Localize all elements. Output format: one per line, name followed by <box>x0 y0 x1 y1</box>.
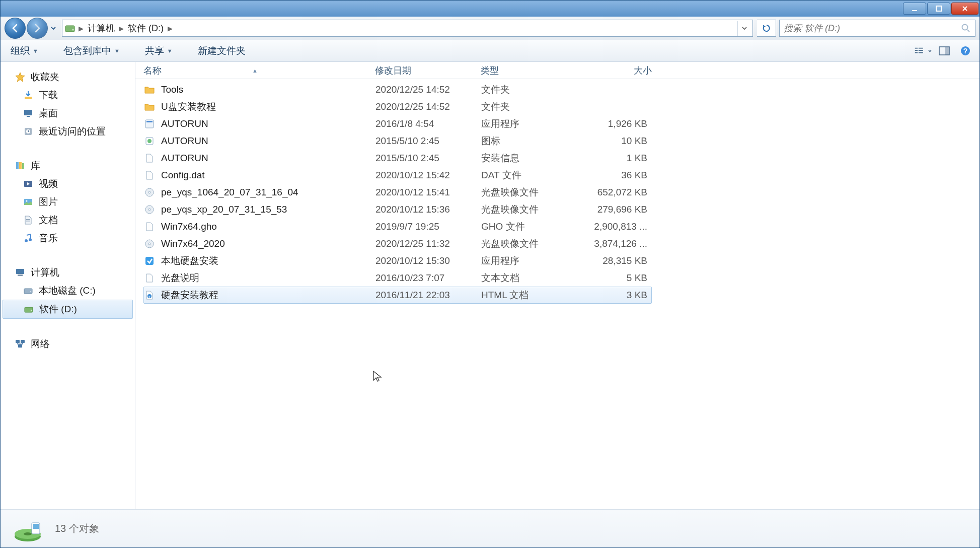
sidebar-label: 最近访问的位置 <box>39 125 106 138</box>
file-type: 文本文档 <box>481 271 587 285</box>
file-row[interactable]: e硬盘安装教程2016/11/21 22:03HTML 文档3 KB <box>143 287 652 304</box>
close-button[interactable] <box>951 3 978 15</box>
sidebar-label: 本地磁盘 (C:) <box>39 284 96 297</box>
drive-icon <box>23 304 34 315</box>
svg-point-42 <box>147 139 152 143</box>
sidebar-drive-d[interactable]: 软件 (D:) <box>3 300 133 319</box>
file-date: 2020/12/25 14:52 <box>375 84 481 95</box>
search-box[interactable] <box>779 20 975 37</box>
file-row[interactable]: AUTORUN2015/5/10 2:45安装信息1 KB <box>143 150 652 167</box>
share-menu[interactable]: 共享▼ <box>140 42 178 59</box>
address-bar[interactable]: ▶ 计算机 ▶ 软件 (D:) ▶ <box>62 20 753 37</box>
file-row[interactable]: Config.dat2020/10/12 15:42DAT 文件36 KB <box>143 167 652 184</box>
file-name: pe_yqs_1064_20_07_31_16_04 <box>161 187 298 198</box>
svg-rect-40 <box>146 121 153 122</box>
maximize-button[interactable] <box>927 3 950 15</box>
file-row[interactable]: pe_yqs_1064_20_07_31_16_042020/10/12 15:… <box>143 184 652 201</box>
sidebar-music[interactable]: 音乐 <box>3 229 133 247</box>
file-list[interactable]: Tools2020/12/25 14:52文件夹U盘安装教程2020/12/25… <box>135 79 979 509</box>
file-size: 36 KB <box>587 170 647 181</box>
file-row[interactable]: Win7x64_20202020/12/25 11:32光盘映像文件3,874,… <box>143 235 652 252</box>
sidebar-computer[interactable]: 计算机 <box>3 263 133 282</box>
view-options-button[interactable] <box>914 43 932 58</box>
help-button[interactable]: ? <box>956 43 974 58</box>
svg-point-48 <box>148 243 150 245</box>
svg-point-35 <box>31 310 32 311</box>
file-type: 光盘映像文件 <box>481 237 587 250</box>
col-size[interactable]: 大小 <box>586 62 652 79</box>
sidebar-label: 图片 <box>39 195 58 209</box>
svg-rect-7 <box>915 52 918 53</box>
document-icon <box>23 215 34 226</box>
file-size: 3,874,126 ... <box>587 238 647 249</box>
file-row[interactable]: pe_yqs_xp_20_07_31_15_532020/10/12 15:36… <box>143 201 652 218</box>
col-name[interactable]: 名称▲ <box>143 62 375 79</box>
address-dropdown-icon[interactable] <box>737 21 750 36</box>
sidebar-recent[interactable]: 最近访问的位置 <box>3 122 133 141</box>
preview-pane-button[interactable] <box>935 43 953 58</box>
network-icon <box>15 338 26 350</box>
file-size: 1,926 KB <box>587 118 647 129</box>
file-date: 2016/11/21 22:03 <box>375 290 481 301</box>
organize-menu[interactable]: 组织▼ <box>6 42 43 59</box>
col-date[interactable]: 修改日期 <box>375 62 481 79</box>
file-size: 2,900,813 ... <box>587 221 647 232</box>
file-type: 光盘映像文件 <box>481 203 587 216</box>
file-row[interactable]: AUTORUN2016/1/8 4:54应用程序1,926 KB <box>143 115 652 132</box>
back-button[interactable] <box>5 18 26 39</box>
status-text: 13 个对象 <box>55 522 99 535</box>
sidebar-favorites[interactable]: 收藏夹 <box>3 68 133 86</box>
file-name: pe_yqs_xp_20_07_31_15_53 <box>161 204 287 215</box>
file-list-pane: 名称▲ 修改日期 类型 大小 Tools2020/12/25 14:52文件夹U… <box>135 62 979 509</box>
sort-asc-icon: ▲ <box>252 67 258 74</box>
file-type: DAT 文件 <box>481 169 587 182</box>
history-dropdown-icon[interactable] <box>49 21 58 36</box>
file-size: 5 KB <box>587 272 647 284</box>
sidebar-drive-c[interactable]: 本地磁盘 (C:) <box>3 282 133 300</box>
sidebar-label: 音乐 <box>39 232 58 245</box>
sidebar-desktop[interactable]: 桌面 <box>3 104 133 122</box>
sidebar-videos[interactable]: 视频 <box>3 175 133 193</box>
chevron-right-icon: ▶ <box>167 25 174 32</box>
sidebar-downloads[interactable]: 下载 <box>3 86 133 104</box>
file-row[interactable]: Tools2020/12/25 14:52文件夹 <box>143 81 652 98</box>
svg-rect-38 <box>18 345 22 348</box>
sidebar-network[interactable]: 网络 <box>3 335 133 353</box>
sidebar-label: 计算机 <box>31 266 59 279</box>
file-row[interactable]: 本地硬盘安装2020/10/12 15:30应用程序28,315 KB <box>143 252 652 269</box>
file-row[interactable]: 光盘说明2016/10/23 7:07文本文档5 KB <box>143 269 652 287</box>
forward-button[interactable] <box>27 18 48 39</box>
libraries-icon <box>15 160 26 171</box>
sidebar-libraries[interactable]: 库 <box>3 157 133 175</box>
file-name: Win7x64_2020 <box>161 238 225 249</box>
minimize-button[interactable] <box>903 3 926 15</box>
sidebar-pictures[interactable]: 图片 <box>3 193 133 211</box>
file-icon: e <box>144 290 155 301</box>
svg-rect-15 <box>25 97 32 99</box>
file-size: 28,315 KB <box>587 255 647 266</box>
file-date: 2016/1/8 4:54 <box>375 118 481 129</box>
search-input[interactable] <box>784 23 961 34</box>
svg-rect-12 <box>945 47 949 55</box>
new-folder-button[interactable]: 新建文件夹 <box>193 42 251 59</box>
status-bar: 13 个对象 <box>1 509 979 547</box>
breadcrumb-computer[interactable]: 计算机 <box>85 21 118 36</box>
recent-icon <box>23 126 34 137</box>
file-row[interactable]: Win7x64.gho2019/9/7 19:25GHO 文件2,900,813… <box>143 218 652 235</box>
svg-rect-16 <box>24 110 32 115</box>
breadcrumb-drive[interactable]: 软件 (D:) <box>125 21 167 36</box>
col-type[interactable]: 类型 <box>481 62 586 79</box>
sidebar-documents[interactable]: 文档 <box>3 211 133 229</box>
file-row[interactable]: U盘安装教程2020/12/25 14:52文件夹 <box>143 98 652 115</box>
file-date: 2016/10/23 7:07 <box>375 272 481 284</box>
desktop-icon <box>23 108 34 119</box>
navigation-pane: 收藏夹 下载 桌面 最近访问的位置 库 <box>1 62 135 509</box>
download-icon <box>23 90 34 101</box>
include-library-menu[interactable]: 包含到库中▼ <box>58 42 125 59</box>
file-date: 2015/5/10 2:45 <box>375 153 481 164</box>
refresh-button[interactable] <box>757 20 776 37</box>
video-icon <box>23 178 34 189</box>
file-row[interactable]: AUTORUN2015/5/10 2:45图标10 KB <box>143 132 652 150</box>
file-icon <box>144 101 155 112</box>
file-date: 2020/10/12 15:36 <box>375 204 481 215</box>
